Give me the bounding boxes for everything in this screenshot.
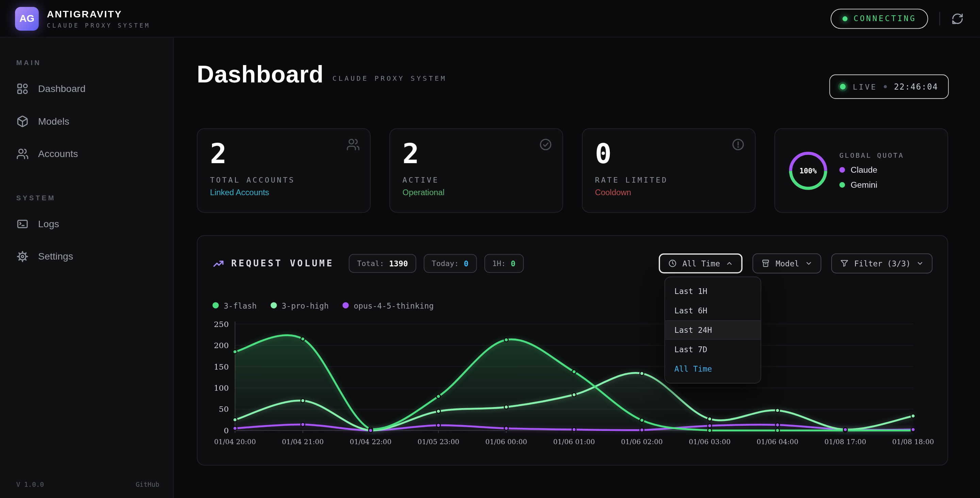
today-requests-pill: Today: 0 — [424, 254, 477, 273]
dropdown-item-last-1h[interactable]: Last 1H — [665, 282, 760, 301]
clock-icon — [668, 259, 677, 268]
legend-item-3-pro-high[interactable]: 3-pro-high — [270, 301, 329, 310]
sidebar-item-settings[interactable]: Settings — [16, 240, 173, 273]
hour-requests-pill: 1H: 0 — [484, 254, 524, 273]
page-subtitle: CLAUDE PROXY SYSTEM — [332, 75, 447, 83]
svg-text:150: 150 — [214, 362, 229, 371]
clock-time: 22:46:04 — [894, 82, 938, 92]
svg-text:01/05 23:00: 01/05 23:00 — [417, 438, 460, 446]
live-label: LIVE — [853, 83, 877, 91]
pill-value: 1390 — [389, 259, 408, 268]
legend-label: opus-4-5-thinking — [354, 301, 434, 310]
page-title: Dashboard — [197, 61, 324, 88]
alert-circle-icon — [731, 137, 745, 154]
time-range-label: All Time — [682, 259, 720, 268]
total-requests-pill: Total: 1390 — [349, 254, 416, 273]
refresh-icon[interactable] — [951, 12, 964, 25]
separator-dot-icon — [884, 85, 887, 88]
request-volume-chart: 05010015020025001/04 20:0001/04 21:0001/… — [212, 320, 934, 451]
dropdown-item-all-time[interactable]: All Time — [665, 359, 760, 378]
sidebar-item-label: Logs — [38, 218, 59, 230]
time-range-dropdown: Last 1H Last 6H Last 24H Last 7D All Tim… — [664, 276, 761, 383]
legend-item-opus[interactable]: opus-4-5-thinking — [342, 301, 434, 310]
svg-text:250: 250 — [214, 320, 229, 329]
sidebar-item-label: Accounts — [38, 148, 78, 160]
stat-label: ACTIVE — [402, 176, 550, 185]
sidebar-item-label: Models — [38, 116, 69, 127]
live-dot-icon — [840, 84, 846, 89]
stat-label: TOTAL ACCOUNTS — [210, 176, 357, 185]
chevron-up-icon — [726, 260, 733, 267]
status-dot-icon — [842, 16, 847, 21]
sidebar-item-label: Dashboard — [38, 83, 86, 94]
app-subtitle: CLAUDE PROXY SYSTEM — [47, 21, 150, 28]
gear-icon — [16, 251, 29, 263]
dropdown-item-last-7d[interactable]: Last 7D — [665, 340, 760, 359]
grid-icon — [16, 83, 29, 95]
app-logo: AG — [15, 6, 39, 30]
users-icon — [347, 137, 360, 154]
app-version: V 1.0.0 — [16, 480, 44, 488]
live-status-badge: LIVE 22:46:04 — [830, 75, 949, 99]
claude-dot-icon — [840, 167, 845, 173]
topbar: AG ANTIGRAVITY CLAUDE PROXY SYSTEM CONNE… — [0, 0, 980, 37]
filter-button[interactable]: Filter (3/3) — [831, 254, 932, 273]
svg-text:50: 50 — [219, 405, 229, 413]
chart-title: REQUEST VOLUME — [212, 257, 334, 270]
pill-value: 0 — [511, 259, 515, 268]
svg-text:01/04 21:00: 01/04 21:00 — [282, 438, 324, 446]
stat-value: 0 — [595, 139, 743, 169]
app-window: AG ANTIGRAVITY CLAUDE PROXY SYSTEM CONNE… — [0, 0, 980, 498]
sidebar-section-system: SYSTEM — [16, 194, 173, 201]
time-range-button[interactable]: All Time — [659, 254, 743, 273]
sidebar-item-logs[interactable]: Logs — [16, 208, 173, 241]
brand: AG ANTIGRAVITY CLAUDE PROXY SYSTEM — [15, 6, 150, 30]
chart-legend: 3-flash 3-pro-high opus-4-5-thinking — [212, 300, 932, 311]
stat-sublabel: Cooldown — [595, 188, 743, 198]
chevron-down-icon — [916, 260, 924, 267]
legend-label: 3-flash — [224, 301, 257, 310]
funnel-icon — [840, 259, 849, 268]
svg-text:0: 0 — [224, 426, 229, 435]
quota-legend-gemini: Gemini — [840, 180, 904, 190]
pill-label: Total: — [357, 259, 384, 268]
trending-up-icon — [212, 257, 224, 270]
github-link[interactable]: GitHub — [136, 480, 159, 488]
terminal-icon — [16, 218, 29, 230]
dropdown-item-last-6h[interactable]: Last 6H — [665, 301, 760, 320]
sidebar-item-label: Settings — [38, 251, 73, 262]
chevron-down-icon — [805, 260, 812, 267]
legend-item-3-flash[interactable]: 3-flash — [212, 301, 256, 310]
connection-status-badge: CONNECTING — [830, 8, 928, 29]
svg-text:01/04 22:00: 01/04 22:00 — [350, 438, 392, 446]
pill-value: 0 — [464, 259, 469, 268]
svg-text:01/08 17:00: 01/08 17:00 — [824, 438, 866, 446]
model-filter-button[interactable]: Model — [753, 254, 821, 273]
stat-label: RATE LIMITED — [595, 176, 743, 185]
stat-card-active: 2 ACTIVE Operational — [389, 128, 563, 213]
request-volume-card: REQUEST VOLUME Total: 1390 Today: 0 1H: — [197, 235, 948, 466]
sidebar-item-accounts[interactable]: Accounts — [16, 137, 173, 170]
stat-card-rate-limited: 0 RATE LIMITED Cooldown — [582, 128, 756, 213]
filter-label: Filter (3/3) — [854, 259, 911, 268]
sidebar: MAIN Dashboard Models — [0, 37, 174, 498]
sidebar-item-dashboard[interactable]: Dashboard — [16, 73, 173, 105]
global-quota-card: 100% GLOBAL QUOTA Claude Gemini — [775, 128, 948, 213]
dropdown-item-last-24h[interactable]: Last 24H — [665, 320, 760, 340]
svg-text:01/06 03:00: 01/06 03:00 — [689, 438, 730, 446]
connection-status-text: CONNECTING — [853, 14, 916, 23]
svg-text:01/06 02:00: 01/06 02:00 — [621, 438, 663, 446]
stat-value: 2 — [402, 139, 550, 169]
series-dot-icon — [212, 302, 218, 308]
svg-text:01/06 00:00: 01/06 00:00 — [485, 438, 527, 446]
app-title: ANTIGRAVITY — [47, 8, 150, 20]
cube-icon — [16, 115, 29, 128]
stat-sublabel: Operational — [402, 188, 550, 198]
svg-text:01/04 20:00: 01/04 20:00 — [214, 438, 256, 446]
stat-value: 2 — [210, 139, 357, 169]
sidebar-item-models[interactable]: Models — [16, 105, 173, 138]
quota-percent: 100% — [788, 150, 829, 191]
svg-text:01/08 18:00: 01/08 18:00 — [892, 438, 934, 446]
stat-sublabel: Linked Accounts — [210, 188, 357, 198]
legend-label: 3-pro-high — [282, 301, 329, 310]
